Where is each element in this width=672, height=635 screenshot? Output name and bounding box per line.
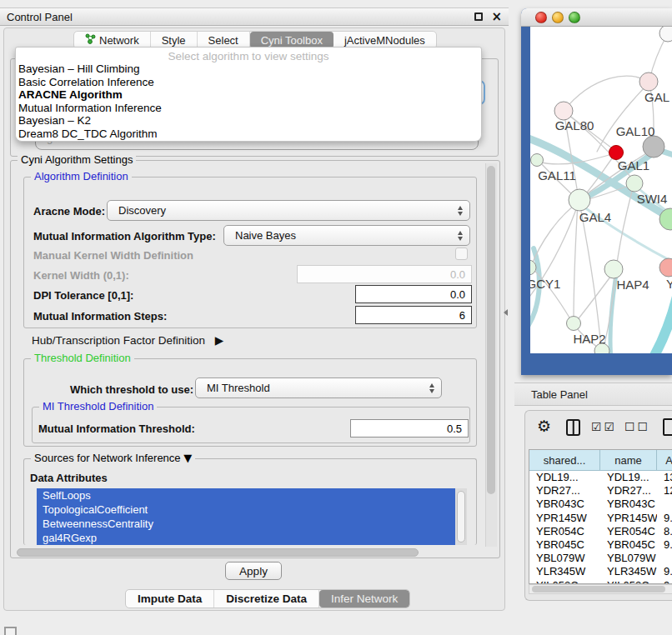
network-node[interactable] bbox=[609, 146, 624, 160]
mi-threshold-label: Mutual Information Threshold: bbox=[38, 422, 195, 435]
kernel-width-field[interactable]: 0.0 bbox=[297, 265, 472, 283]
stepper-arrows-icon bbox=[458, 231, 463, 241]
data-attributes-list[interactable]: SelfLoopsTopologicalCoefficientBetweenne… bbox=[37, 488, 455, 545]
table-row[interactable]: YER054CYER054C8. bbox=[529, 525, 672, 538]
tab-infer-network[interactable]: Infer Network bbox=[319, 590, 409, 608]
float-window-icon[interactable] bbox=[474, 12, 483, 21]
close-traffic-light-icon[interactable] bbox=[535, 12, 547, 23]
table-row[interactable]: YBR043CYBR043C bbox=[529, 498, 672, 511]
tab-style[interactable]: Style bbox=[151, 32, 198, 48]
attribute-list-item[interactable]: gal4RGexp bbox=[37, 531, 455, 545]
stepper-arrows-icon bbox=[458, 206, 463, 216]
dropdown-items: Bayesian – Hill ClimbingBasic Correlatio… bbox=[16, 62, 481, 141]
table-cell: 9. bbox=[657, 565, 672, 578]
unchecked-boxes-icon[interactable]: ☐☐ bbox=[624, 420, 650, 433]
attribute-list-item[interactable]: SelfLoops bbox=[37, 488, 455, 502]
column-header[interactable]: shared... bbox=[529, 450, 600, 471]
dropdown-item[interactable]: Basic Correlation Inference bbox=[16, 76, 481, 89]
table-row[interactable]: YPR145WYPR145W9. bbox=[529, 512, 672, 525]
minimize-traffic-light-icon[interactable] bbox=[552, 12, 564, 23]
table-row[interactable]: YDL19...YDL19...13 bbox=[529, 471, 672, 484]
tab-impute-data[interactable]: Impute Data bbox=[126, 590, 214, 608]
node-label: GCY1 bbox=[530, 277, 560, 291]
dropdown-item[interactable]: Mutual Information Inference bbox=[16, 102, 481, 115]
network-node[interactable] bbox=[659, 27, 672, 42]
mi-type-combo[interactable]: Naive Bayes bbox=[223, 225, 470, 246]
tab-select[interactable]: Select bbox=[198, 32, 250, 48]
node-label: SWI4 bbox=[637, 192, 668, 206]
table-panel-titlebar: Table Panel bbox=[514, 382, 672, 406]
network-node-gal[interactable] bbox=[639, 72, 658, 91]
attr-list-scrollbar-thumb[interactable] bbox=[457, 491, 465, 542]
tab-label: Select bbox=[208, 34, 238, 47]
control-panel-titlebar: Control Panel × bbox=[0, 8, 509, 26]
table-row[interactable]: YDR27...YDR27...12 bbox=[529, 484, 672, 498]
manual-kernel-checkbox[interactable] bbox=[455, 248, 468, 260]
tab-cyni-toolbox[interactable]: Cyni Toolbox bbox=[250, 32, 333, 48]
document-icon[interactable] bbox=[663, 418, 672, 436]
which-threshold-combo[interactable]: MI Threshold bbox=[195, 378, 442, 398]
table-row[interactable]: YBL079WYBL079W bbox=[529, 552, 672, 565]
dropdown-item[interactable]: Bayesian – K2 bbox=[16, 114, 481, 128]
split-view-icon[interactable] bbox=[566, 419, 580, 436]
column-header[interactable]: A bbox=[657, 450, 672, 471]
network-node-hap2[interactable] bbox=[567, 317, 581, 331]
table-panel-title: Table Panel bbox=[531, 388, 588, 401]
node-table[interactable]: shared...nameA YDL19...YDL19...13YDR27..… bbox=[529, 449, 672, 584]
table-row[interactable]: YBR045CYBR045C9. bbox=[529, 538, 672, 552]
control-panel-title: Control Panel bbox=[7, 11, 73, 23]
network-node-y[interactable] bbox=[659, 258, 672, 277]
table-row[interactable]: YLR345WYLR345W9. bbox=[529, 565, 672, 578]
aracne-mode-combo[interactable]: Discovery bbox=[107, 200, 470, 221]
hub-definition-expander[interactable]: Hub/Transcription Factor Definition ▶ bbox=[32, 333, 223, 347]
tab-label: Network bbox=[99, 34, 139, 47]
settings-vscrollbar-thumb[interactable] bbox=[487, 166, 495, 494]
attribute-list-item[interactable]: TopologicalCoefficient bbox=[37, 502, 455, 517]
table-hscrollbar[interactable] bbox=[529, 584, 672, 594]
gear-icon[interactable]: ⚙ bbox=[537, 417, 551, 435]
network-node-gal10[interactable] bbox=[643, 136, 664, 158]
table-cell: 9. bbox=[657, 538, 672, 552]
tab-jactivemnodules[interactable]: jActiveMNodules bbox=[333, 32, 436, 48]
table-hscrollbar-thumb[interactable] bbox=[532, 586, 665, 592]
network-edge bbox=[574, 202, 578, 322]
panel-divider-arrow-icon[interactable] bbox=[504, 309, 508, 316]
zoom-traffic-light-icon[interactable] bbox=[569, 12, 580, 23]
table-cell: YER054C bbox=[600, 525, 657, 538]
network-node-gal4[interactable] bbox=[569, 189, 590, 211]
tab-network[interactable]: Network bbox=[74, 32, 151, 48]
tab-discretize-data[interactable]: Discretize Data bbox=[214, 590, 319, 608]
kernel-width-label: Kernel Width (0,1): bbox=[33, 269, 129, 282]
mi-threshold-group-title: MI Threshold Definition bbox=[39, 400, 157, 412]
tab-label: Cyni Toolbox bbox=[261, 34, 323, 47]
mi-steps-field[interactable]: 6 bbox=[355, 306, 472, 324]
network-canvas[interactable]: GALGAL80GAL10GAL1GAL11SWI4GAL4GCY1HAP4YH… bbox=[530, 27, 672, 353]
network-node-hap4[interactable] bbox=[604, 260, 623, 278]
dropdown-item[interactable]: Bayesian – Hill Climbing bbox=[16, 62, 481, 76]
table-toolbar: ⚙ ☑☑ ☐☐ bbox=[525, 418, 672, 448]
which-threshold-label: Which threshold to use: bbox=[70, 383, 193, 396]
dropdown-item[interactable]: ARACNE Algorithm bbox=[16, 88, 481, 102]
table-cell: 8. bbox=[657, 525, 672, 538]
algorithm-dropdown: Select algorithm to view settings Bayesi… bbox=[15, 47, 482, 142]
checked-boxes-icon[interactable]: ☑☑ bbox=[591, 420, 617, 433]
attribute-list-item[interactable]: BetweennessCentrality bbox=[37, 517, 455, 531]
dropdown-item[interactable]: Dream8 DC_TDC Algorithm bbox=[16, 128, 481, 141]
chevron-right-icon: ▶ bbox=[215, 333, 223, 347]
mi-threshold-field[interactable]: 0.5 bbox=[350, 419, 469, 438]
dpi-tolerance-field[interactable]: 0.0 bbox=[355, 285, 472, 303]
algorithm-definition-title: Algorithm Definition bbox=[31, 170, 132, 182]
sources-group-title[interactable]: Sources for Network Inference ▼ bbox=[31, 452, 195, 464]
table-cell: YBL079W bbox=[529, 552, 600, 565]
network-node-gal11[interactable] bbox=[531, 154, 544, 167]
bottom-tabs: Impute DataDiscretize DataInfer Network bbox=[125, 589, 410, 608]
dock-chip-icon[interactable] bbox=[4, 627, 17, 635]
network-node-gal1[interactable] bbox=[626, 175, 643, 192]
settings-hscrollbar-thumb[interactable] bbox=[17, 548, 419, 557]
network-node-gal80[interactable] bbox=[554, 102, 573, 120]
close-icon[interactable]: × bbox=[491, 9, 502, 24]
column-header[interactable]: name bbox=[600, 450, 657, 471]
chevron-down-icon: ▼ bbox=[183, 452, 192, 464]
apply-button[interactable]: Apply bbox=[225, 562, 282, 580]
network-window-titlebar[interactable] bbox=[521, 8, 672, 27]
